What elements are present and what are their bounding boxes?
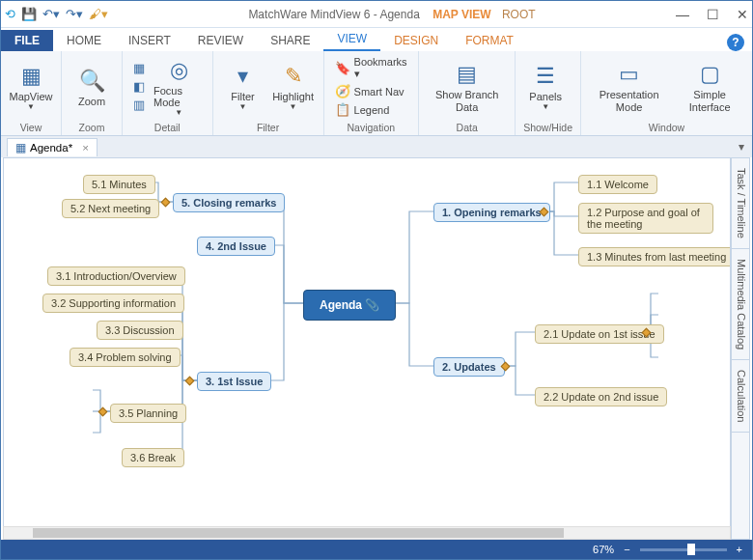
tab-menu-icon[interactable]: ▾	[739, 140, 744, 154]
node-supporting[interactable]: 3.2 Supporting information	[42, 294, 184, 313]
zoom-icon: 🔍	[77, 67, 106, 96]
detail-2-button[interactable]: ◧	[130, 78, 148, 95]
node-problem[interactable]: 3.4 Problem solving	[70, 348, 181, 367]
tab-format[interactable]: FORMAT	[452, 30, 527, 51]
redo-icon[interactable]: ↷▾	[66, 7, 83, 21]
horizontal-scrollbar[interactable]	[3, 526, 731, 540]
tab-review[interactable]: REVIEW	[184, 30, 257, 51]
document-tab[interactable]: ▦ Agenda* ×	[7, 138, 98, 156]
highlight-button[interactable]: ✎Highlight▼	[271, 62, 316, 111]
simple-interface-button[interactable]: ▢Simple Interface	[675, 60, 744, 112]
zoom-slider[interactable]	[640, 548, 727, 551]
data-icon: ▤	[453, 60, 482, 89]
panels-icon: ☰	[531, 62, 560, 91]
node-root[interactable]: Agenda 📎	[303, 290, 396, 321]
zoom-inButtonBox[interactable]: +	[737, 544, 742, 555]
node-closing[interactable]: 5. Closing remarks	[173, 193, 285, 212]
doc-icon: ▦	[15, 141, 26, 154]
app-icon: ⟲	[5, 7, 15, 21]
sidetab-multimedia[interactable]: Multimedia Catalog	[732, 249, 749, 360]
detail-1-button[interactable]: ▦	[130, 60, 148, 76]
undo-icon[interactable]: ↶▾	[42, 7, 60, 21]
tab-design[interactable]: DESIGN	[380, 30, 452, 51]
canvas[interactable]: Agenda 📎 1. Opening remarks 1.1 Welcome …	[3, 157, 731, 540]
node-next-meeting[interactable]: 5.2 Next meeting	[62, 199, 159, 218]
style-icon[interactable]: 🖌▾	[89, 7, 108, 21]
tab-file[interactable]: FILE	[1, 30, 53, 51]
node-1st-issue[interactable]: 3. 1st Issue	[197, 372, 271, 391]
tab-share[interactable]: SHARE	[257, 30, 323, 51]
node-discussion[interactable]: 3.3 Discussion	[97, 321, 183, 340]
panels-button[interactable]: ☰Panels▼	[523, 62, 568, 111]
simple-icon: ▢	[695, 60, 724, 89]
detail-3-button[interactable]: ▥	[130, 97, 148, 113]
focus-icon: ◎	[164, 56, 193, 85]
status-bar: 67% − +	[1, 540, 752, 559]
zoom-level: 67%	[593, 544, 614, 555]
zoom-button[interactable]: 🔍Zoom	[70, 67, 114, 107]
close-button[interactable]: ✕	[737, 7, 748, 22]
node-update2[interactable]: 2.2 Update on 2nd issue	[535, 387, 667, 406]
save-icon[interactable]: 💾	[21, 7, 37, 21]
help-button[interactable]: ?	[727, 34, 744, 51]
mapview-button[interactable]: ▦MapView▼	[9, 62, 53, 111]
sidetab-task[interactable]: Task / Timeline	[732, 158, 749, 249]
title-bar: ⟲ 💾 ↶▾ ↷▾ 🖌▾ MatchWare MindView 6 - Agen…	[1, 1, 752, 28]
node-minutes-last[interactable]: 1.3 Minutes from last meeting	[578, 247, 731, 266]
tab-home[interactable]: HOME	[53, 30, 115, 51]
sidetab-calculation[interactable]: Calculation	[732, 360, 749, 433]
node-welcome[interactable]: 1.1 Welcome	[578, 175, 657, 194]
node-minutes[interactable]: 5.1 Minutes	[83, 175, 155, 194]
minimize-button[interactable]: —	[676, 7, 689, 22]
highlight-icon: ✎	[279, 62, 308, 91]
node-purpose[interactable]: 1.2 Purpose and goal of the meeting	[578, 203, 713, 234]
tab-view[interactable]: VIEW	[323, 28, 380, 51]
presentation-icon: ▭	[615, 60, 644, 89]
quick-access-toolbar: ⟲ 💾 ↶▾ ↷▾ 🖌▾	[5, 7, 108, 21]
expand-joint[interactable]	[161, 198, 171, 208]
node-planning[interactable]: 3.5 Planning	[110, 404, 186, 423]
filter-icon: ▾	[229, 62, 258, 91]
show-branch-data-button[interactable]: ▤Show Branch Data	[427, 60, 507, 112]
window-title: MatchWare MindView 6 - Agenda MAP VIEW R…	[108, 8, 676, 21]
node-intro[interactable]: 3.1 Introduction/Overview	[47, 266, 185, 286]
focus-mode-button[interactable]: ◎Focus Mode▼	[153, 56, 205, 117]
ribbon-tabs: FILE HOME INSERT REVIEW SHARE VIEW DESIG…	[1, 28, 752, 51]
expand-joint[interactable]	[98, 407, 108, 417]
zoom-out-button[interactable]: −	[624, 544, 629, 555]
mapview-icon: ▦	[16, 62, 45, 91]
legend-button[interactable]: 📋Legend	[332, 101, 411, 118]
node-2nd-issue[interactable]: 4. 2nd Issue	[197, 237, 275, 256]
maximize-button[interactable]: ☐	[707, 7, 719, 22]
node-break[interactable]: 3.6 Break	[122, 448, 184, 467]
expand-joint[interactable]	[185, 377, 195, 386]
smart-nav-button[interactable]: 🧭Smart Nav	[332, 83, 411, 99]
presentation-mode-button[interactable]: ▭Presentation Mode	[589, 60, 669, 112]
document-tab-bar: ▦ Agenda* × ▾	[1, 136, 752, 157]
ribbon: ▦MapView▼ View 🔍Zoom Zoom ▦ ◧ ▥ ◎Focus M…	[1, 51, 752, 136]
tab-insert[interactable]: INSERT	[115, 30, 184, 51]
node-updates[interactable]: 2. Updates	[433, 357, 505, 377]
close-tab-icon[interactable]: ×	[82, 142, 89, 154]
node-opening-remarks[interactable]: 1. Opening remarks	[433, 203, 550, 222]
bookmarks-button[interactable]: 🔖Bookmarks ▾	[332, 55, 411, 81]
filter-button[interactable]: ▾Filter▼	[221, 62, 265, 111]
side-panels: Task / Timeline Multimedia Catalog Calcu…	[731, 157, 750, 540]
